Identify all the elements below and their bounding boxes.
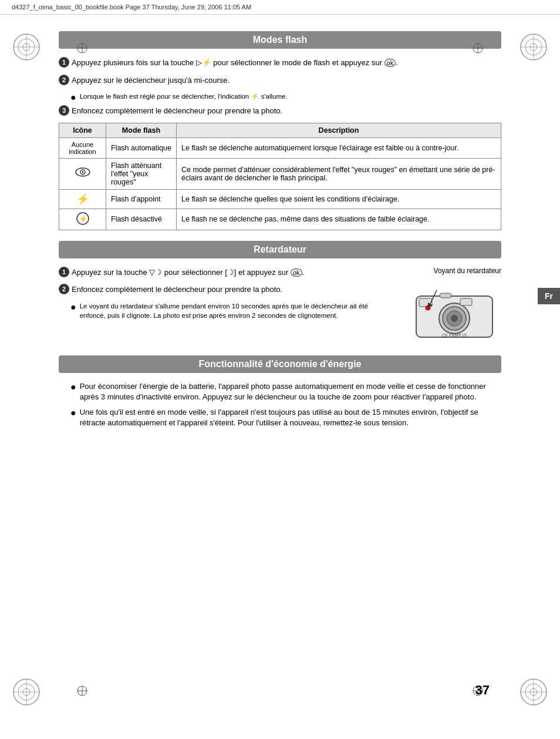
- retardateur-note: Le voyant du retardateur s'allume pendan…: [80, 301, 396, 320]
- table-cell-mode: Flash atténuant l'effet "yeux rouges": [106, 158, 177, 189]
- svg-text:OLYMPUS: OLYMPUS: [441, 332, 467, 338]
- table-header-icon: Icône: [59, 123, 106, 137]
- retardateur-text-block: 1 Appuyez sur la touche ▽☽ pour sélectio…: [59, 267, 396, 323]
- svg-point-34: [82, 172, 83, 173]
- table-cell-icon: ⚡: [59, 209, 106, 230]
- energy-bullet-1: ● Pour économiser l'énergie de la batter…: [70, 381, 501, 402]
- ret-step-2-number: 2: [59, 284, 69, 294]
- flash-table: Icône Mode flash Description Aucune indi…: [59, 123, 501, 230]
- svg-rect-42: [460, 298, 472, 305]
- ret-step-1-number: 1: [59, 267, 69, 277]
- camera-illustration: OLYMPUS: [410, 278, 498, 343]
- table-cell-icon: Aucune indication: [59, 137, 106, 158]
- retardateur-header: Retardateur: [59, 241, 501, 258]
- table-cell-icon: ⚡: [59, 189, 106, 209]
- energie-header: Fonctionnalité d'économie d'énergie: [59, 355, 501, 373]
- energy-text-2: Une fois qu'il est entré en mode veille,…: [80, 407, 501, 428]
- table-row: ⚡ Flash désactivé Le flash ne se déclenc…: [59, 209, 501, 230]
- svg-rect-44: [440, 293, 451, 298]
- step-2-text: Appuyez sur le déclencheur jusqu'à mi-co…: [72, 75, 501, 86]
- table-cell-mode: Flash désactivé: [106, 209, 177, 230]
- step-2-number: 2: [59, 75, 69, 85]
- bullet-icon: ●: [70, 92, 76, 103]
- step-2-note: Lorsque le flash est réglé pour se décle…: [80, 92, 288, 101]
- corner-decoration-tl: [12, 32, 41, 62]
- svg-text:⚡: ⚡: [78, 214, 87, 223]
- table-header-desc: Description: [177, 123, 501, 137]
- header-text: d4327_f_oima_basic_00_bookfile.book Page…: [12, 4, 251, 11]
- corner-decoration-br: [519, 677, 548, 707]
- retardateur-content: 1 Appuyez sur la touche ▽☽ pour sélectio…: [59, 267, 501, 345]
- table-cell-desc: Le flash ne se déclenche pas, même dans …: [177, 209, 501, 230]
- table-row: Aucune indication Flash automatique Le f…: [59, 137, 501, 158]
- cross-top-right: [472, 42, 484, 54]
- bullet-dot-icon: ●: [70, 301, 76, 313]
- step-3: 3 Enfoncez complètement le déclencheur p…: [59, 105, 501, 117]
- svg-point-45: [426, 305, 430, 310]
- table-cell-desc: Le flash se déclenche automatiquement lo…: [177, 137, 501, 158]
- table-cell-mode: Flash automatique: [106, 137, 177, 158]
- retardateur-step-2-bullet: ● Le voyant du retardateur s'allume pend…: [70, 301, 396, 320]
- retardateur-step-2: 2 Enfoncez complètement le déclencheur p…: [59, 284, 396, 295]
- corner-decoration-bl: [12, 677, 41, 707]
- step-3-text: Enfoncez complètement le déclencheur pou…: [72, 105, 501, 117]
- step-1-text: Appuyez plusieurs fois sur la touche ▷⚡ …: [72, 57, 501, 69]
- table-cell-icon: [59, 158, 106, 189]
- table-cell-mode: Flash d'appoint: [106, 189, 177, 209]
- main-content: Modes flash 1 Appuyez plusieurs fois sur…: [59, 15, 501, 428]
- language-tab: Fr: [538, 288, 560, 304]
- step-1: 1 Appuyez plusieurs fois sur la touche ▷…: [59, 57, 501, 69]
- red-eye-icon: [75, 166, 90, 178]
- page-number: 37: [475, 683, 490, 698]
- svg-point-41: [451, 315, 458, 322]
- retardateur-caption: Voyant du retardateur: [407, 267, 501, 275]
- retardateur-step-1: 1 Appuyez sur la touche ▽☽ pour sélectio…: [59, 267, 396, 278]
- energy-bullet-2: ● Une fois qu'il est entré en mode veill…: [70, 407, 501, 428]
- table-row: ⚡ Flash d'appoint Le flash se déclenche …: [59, 189, 501, 209]
- table-header-mode: Mode flash: [106, 123, 177, 137]
- energy-bullet-dot-1: ●: [70, 381, 76, 392]
- cross-top-left: [76, 42, 88, 54]
- cross-bottom-left: [76, 685, 88, 697]
- corner-decoration-tr: [519, 32, 548, 62]
- table-cell-desc: Le flash se déclenche quelles que soient…: [177, 189, 501, 209]
- step-2-bullet: ● Lorsque le flash est réglé pour se déc…: [70, 92, 501, 103]
- ret-step-1-text: Appuyez sur la touche ▽☽ pour sélectionn…: [72, 267, 396, 278]
- energy-content: ● Pour économiser l'énergie de la batter…: [59, 381, 501, 429]
- step-3-number: 3: [59, 105, 69, 116]
- energy-bullet-dot-2: ●: [70, 407, 76, 418]
- table-row: Flash atténuant l'effet "yeux rouges" Ce…: [59, 158, 501, 189]
- no-flash-icon: ⚡: [76, 212, 89, 225]
- step-1-number: 1: [59, 57, 69, 68]
- ret-step-2-text: Enfoncez complètement le déclencheur pou…: [72, 284, 396, 295]
- energy-text-1: Pour économiser l'énergie de la batterie…: [80, 381, 501, 402]
- table-cell-desc: Ce mode permet d'atténuer considérableme…: [177, 158, 501, 189]
- svg-rect-43: [419, 298, 432, 307]
- page: d4327_f_oima_basic_00_bookfile.book Page…: [0, 0, 560, 739]
- step-2: 2 Appuyez sur le déclencheur jusqu'à mi-…: [59, 75, 501, 86]
- retardateur-image-block: Voyant du retardateur: [407, 267, 501, 345]
- modes-flash-header: Modes flash: [59, 31, 501, 49]
- header-strip: d4327_f_oima_basic_00_bookfile.book Page…: [0, 0, 560, 15]
